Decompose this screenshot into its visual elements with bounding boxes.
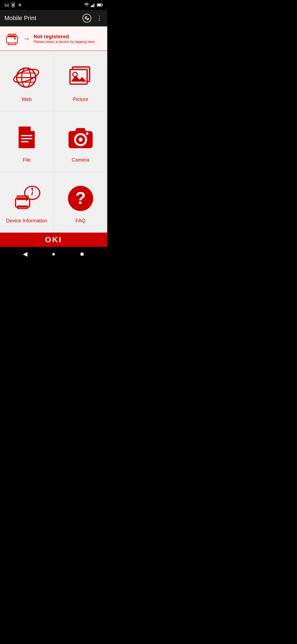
recent-button[interactable]: ■: [76, 248, 88, 260]
svg-rect-26: [70, 70, 87, 84]
web-icon: [12, 62, 42, 92]
svg-rect-11: [97, 4, 101, 6]
main-grid: Web Picture File: [0, 51, 107, 233]
registration-banner[interactable]: → Not registered Please select a device …: [0, 26, 107, 51]
wifi-calling-icon: S: [17, 2, 22, 7]
app-bar-actions: NFC ⋮: [82, 13, 103, 23]
svg-text:?: ?: [75, 189, 86, 208]
file-cell[interactable]: File: [0, 111, 54, 172]
svg-point-18: [14, 38, 16, 39]
banner-text-block: Not registered Please select a device by…: [34, 34, 96, 44]
svg-text:S: S: [19, 4, 20, 6]
status-bar: 54 S: [0, 0, 107, 10]
svg-text:NFC: NFC: [85, 18, 89, 20]
file-icon: [12, 122, 42, 153]
banner-arrow-icon: →: [23, 34, 30, 43]
app-bar-title: Mobile Print: [4, 15, 36, 22]
camera-cell[interactable]: Camera: [54, 111, 107, 172]
status-time: 54: [4, 3, 9, 7]
device-information-cell[interactable]: i Device Information: [0, 172, 54, 233]
svg-point-43: [31, 188, 33, 190]
faq-icon: ?: [65, 183, 96, 214]
status-right: [84, 2, 103, 7]
web-cell[interactable]: Web: [0, 51, 54, 111]
web-label: Web: [22, 97, 32, 102]
printer-icon: [4, 30, 20, 47]
nav-bar: ◀ ● ■: [0, 247, 107, 261]
file-label: File: [23, 157, 31, 163]
sim-icon: [11, 2, 16, 7]
svg-rect-7: [93, 4, 94, 7]
svg-rect-5: [91, 6, 92, 7]
svg-rect-8: [94, 3, 95, 7]
signal-icon: [91, 2, 95, 7]
app-bar: Mobile Print NFC ⋮: [0, 10, 107, 26]
camera-icon: [65, 122, 96, 153]
registration-status: Not registered: [34, 34, 96, 40]
svg-point-34: [78, 138, 82, 142]
picture-icon: [65, 62, 96, 92]
home-button[interactable]: ●: [48, 248, 60, 260]
status-left: 54 S: [4, 2, 22, 7]
svg-text:i: i: [31, 189, 34, 197]
more-options-button[interactable]: ⋮: [96, 15, 103, 22]
camera-label: Camera: [72, 157, 89, 163]
faq-label: FAQ: [75, 218, 85, 224]
oki-brand: OKI: [45, 235, 62, 244]
oki-footer: OKI: [0, 233, 107, 247]
svg-rect-1: [12, 4, 14, 6]
registration-message: Please select a device by tapping here.: [34, 40, 96, 44]
svg-rect-6: [92, 5, 93, 7]
faq-cell[interactable]: ? FAQ: [54, 172, 107, 233]
device-information-icon: i: [12, 183, 42, 214]
device-information-label: Device Information: [6, 218, 47, 224]
battery-icon: [97, 3, 103, 7]
picture-cell[interactable]: Picture: [54, 51, 107, 111]
nfc-button[interactable]: NFC: [82, 13, 92, 23]
picture-label: Picture: [73, 97, 88, 102]
wifi-icon: [84, 2, 89, 7]
svg-point-35: [86, 132, 88, 135]
svg-point-4: [86, 6, 87, 6]
svg-rect-10: [102, 4, 103, 6]
back-button[interactable]: ◀: [19, 248, 31, 260]
svg-rect-14: [7, 36, 18, 43]
